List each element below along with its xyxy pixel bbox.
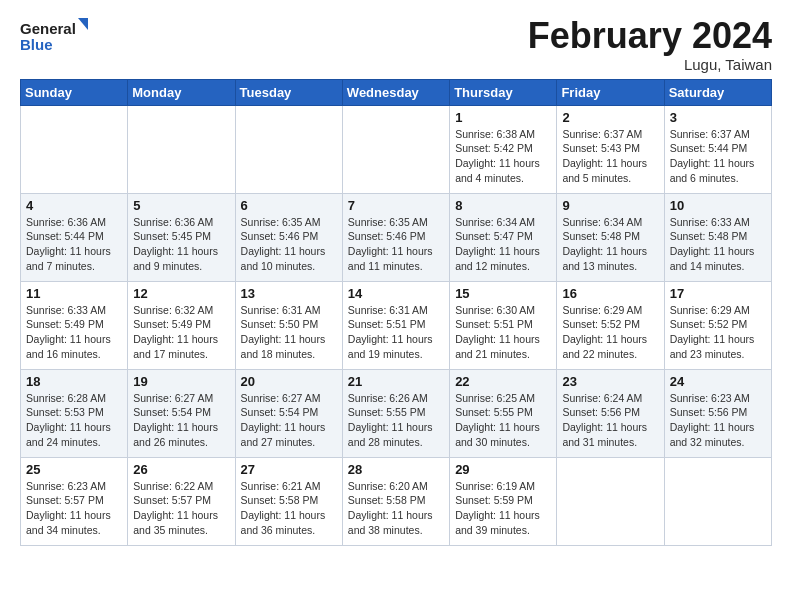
day-info: Sunrise: 6:34 AM Sunset: 5:47 PM Dayligh… [455,215,551,274]
day-info: Sunrise: 6:31 AM Sunset: 5:50 PM Dayligh… [241,303,337,362]
table-row: 5Sunrise: 6:36 AM Sunset: 5:45 PM Daylig… [128,193,235,281]
table-row [128,105,235,193]
day-number: 21 [348,374,444,389]
calendar-subtitle: Lugu, Taiwan [528,56,772,73]
calendar-page: General Blue February 2024 Lugu, Taiwan … [0,0,792,612]
svg-marker-2 [78,18,88,30]
day-info: Sunrise: 6:23 AM Sunset: 5:57 PM Dayligh… [26,479,122,538]
day-number: 19 [133,374,229,389]
calendar-title: February 2024 [528,16,772,56]
day-number: 11 [26,286,122,301]
table-row: 22Sunrise: 6:25 AM Sunset: 5:55 PM Dayli… [450,369,557,457]
logo-svg: General Blue [20,16,90,58]
day-number: 17 [670,286,766,301]
table-row: 27Sunrise: 6:21 AM Sunset: 5:58 PM Dayli… [235,457,342,545]
day-info: Sunrise: 6:20 AM Sunset: 5:58 PM Dayligh… [348,479,444,538]
table-row [664,457,771,545]
table-row: 3Sunrise: 6:37 AM Sunset: 5:44 PM Daylig… [664,105,771,193]
header-saturday: Saturday [664,79,771,105]
header-sunday: Sunday [21,79,128,105]
day-number: 9 [562,198,658,213]
table-row: 11Sunrise: 6:33 AM Sunset: 5:49 PM Dayli… [21,281,128,369]
calendar-header: Sunday Monday Tuesday Wednesday Thursday… [21,79,772,105]
table-row: 29Sunrise: 6:19 AM Sunset: 5:59 PM Dayli… [450,457,557,545]
table-row: 10Sunrise: 6:33 AM Sunset: 5:48 PM Dayli… [664,193,771,281]
header: General Blue February 2024 Lugu, Taiwan [20,16,772,73]
table-row: 13Sunrise: 6:31 AM Sunset: 5:50 PM Dayli… [235,281,342,369]
table-row: 14Sunrise: 6:31 AM Sunset: 5:51 PM Dayli… [342,281,449,369]
table-row: 9Sunrise: 6:34 AM Sunset: 5:48 PM Daylig… [557,193,664,281]
table-row: 23Sunrise: 6:24 AM Sunset: 5:56 PM Dayli… [557,369,664,457]
day-info: Sunrise: 6:29 AM Sunset: 5:52 PM Dayligh… [562,303,658,362]
table-row: 24Sunrise: 6:23 AM Sunset: 5:56 PM Dayli… [664,369,771,457]
day-number: 10 [670,198,766,213]
day-info: Sunrise: 6:38 AM Sunset: 5:42 PM Dayligh… [455,127,551,186]
table-row: 18Sunrise: 6:28 AM Sunset: 5:53 PM Dayli… [21,369,128,457]
table-row [557,457,664,545]
title-block: February 2024 Lugu, Taiwan [528,16,772,73]
day-number: 12 [133,286,229,301]
header-wednesday: Wednesday [342,79,449,105]
day-info: Sunrise: 6:35 AM Sunset: 5:46 PM Dayligh… [241,215,337,274]
day-number: 1 [455,110,551,125]
day-number: 15 [455,286,551,301]
day-info: Sunrise: 6:33 AM Sunset: 5:48 PM Dayligh… [670,215,766,274]
table-row: 16Sunrise: 6:29 AM Sunset: 5:52 PM Dayli… [557,281,664,369]
day-number: 8 [455,198,551,213]
day-number: 29 [455,462,551,477]
day-number: 16 [562,286,658,301]
table-row: 15Sunrise: 6:30 AM Sunset: 5:51 PM Dayli… [450,281,557,369]
calendar-table: Sunday Monday Tuesday Wednesday Thursday… [20,79,772,546]
day-number: 27 [241,462,337,477]
table-row: 2Sunrise: 6:37 AM Sunset: 5:43 PM Daylig… [557,105,664,193]
table-row [235,105,342,193]
day-number: 24 [670,374,766,389]
day-number: 25 [26,462,122,477]
day-info: Sunrise: 6:34 AM Sunset: 5:48 PM Dayligh… [562,215,658,274]
table-row: 20Sunrise: 6:27 AM Sunset: 5:54 PM Dayli… [235,369,342,457]
table-row: 28Sunrise: 6:20 AM Sunset: 5:58 PM Dayli… [342,457,449,545]
table-row: 8Sunrise: 6:34 AM Sunset: 5:47 PM Daylig… [450,193,557,281]
day-info: Sunrise: 6:36 AM Sunset: 5:44 PM Dayligh… [26,215,122,274]
day-info: Sunrise: 6:19 AM Sunset: 5:59 PM Dayligh… [455,479,551,538]
table-row: 6Sunrise: 6:35 AM Sunset: 5:46 PM Daylig… [235,193,342,281]
table-row: 25Sunrise: 6:23 AM Sunset: 5:57 PM Dayli… [21,457,128,545]
day-number: 13 [241,286,337,301]
day-info: Sunrise: 6:24 AM Sunset: 5:56 PM Dayligh… [562,391,658,450]
day-number: 22 [455,374,551,389]
calendar-body: 1Sunrise: 6:38 AM Sunset: 5:42 PM Daylig… [21,105,772,545]
table-row [21,105,128,193]
day-info: Sunrise: 6:28 AM Sunset: 5:53 PM Dayligh… [26,391,122,450]
table-row: 4Sunrise: 6:36 AM Sunset: 5:44 PM Daylig… [21,193,128,281]
table-row: 7Sunrise: 6:35 AM Sunset: 5:46 PM Daylig… [342,193,449,281]
day-info: Sunrise: 6:32 AM Sunset: 5:49 PM Dayligh… [133,303,229,362]
logo: General Blue [20,16,90,58]
svg-text:General: General [20,20,76,37]
table-row: 17Sunrise: 6:29 AM Sunset: 5:52 PM Dayli… [664,281,771,369]
day-number: 3 [670,110,766,125]
table-row [342,105,449,193]
svg-text:Blue: Blue [20,36,53,53]
day-info: Sunrise: 6:31 AM Sunset: 5:51 PM Dayligh… [348,303,444,362]
table-row: 1Sunrise: 6:38 AM Sunset: 5:42 PM Daylig… [450,105,557,193]
day-info: Sunrise: 6:26 AM Sunset: 5:55 PM Dayligh… [348,391,444,450]
header-friday: Friday [557,79,664,105]
table-row: 21Sunrise: 6:26 AM Sunset: 5:55 PM Dayli… [342,369,449,457]
day-number: 28 [348,462,444,477]
day-number: 5 [133,198,229,213]
day-info: Sunrise: 6:29 AM Sunset: 5:52 PM Dayligh… [670,303,766,362]
day-number: 14 [348,286,444,301]
day-info: Sunrise: 6:25 AM Sunset: 5:55 PM Dayligh… [455,391,551,450]
day-info: Sunrise: 6:21 AM Sunset: 5:58 PM Dayligh… [241,479,337,538]
header-tuesday: Tuesday [235,79,342,105]
day-info: Sunrise: 6:36 AM Sunset: 5:45 PM Dayligh… [133,215,229,274]
day-info: Sunrise: 6:30 AM Sunset: 5:51 PM Dayligh… [455,303,551,362]
day-info: Sunrise: 6:35 AM Sunset: 5:46 PM Dayligh… [348,215,444,274]
table-row: 19Sunrise: 6:27 AM Sunset: 5:54 PM Dayli… [128,369,235,457]
table-row: 12Sunrise: 6:32 AM Sunset: 5:49 PM Dayli… [128,281,235,369]
day-number: 20 [241,374,337,389]
day-info: Sunrise: 6:33 AM Sunset: 5:49 PM Dayligh… [26,303,122,362]
day-info: Sunrise: 6:22 AM Sunset: 5:57 PM Dayligh… [133,479,229,538]
day-number: 18 [26,374,122,389]
day-info: Sunrise: 6:27 AM Sunset: 5:54 PM Dayligh… [241,391,337,450]
